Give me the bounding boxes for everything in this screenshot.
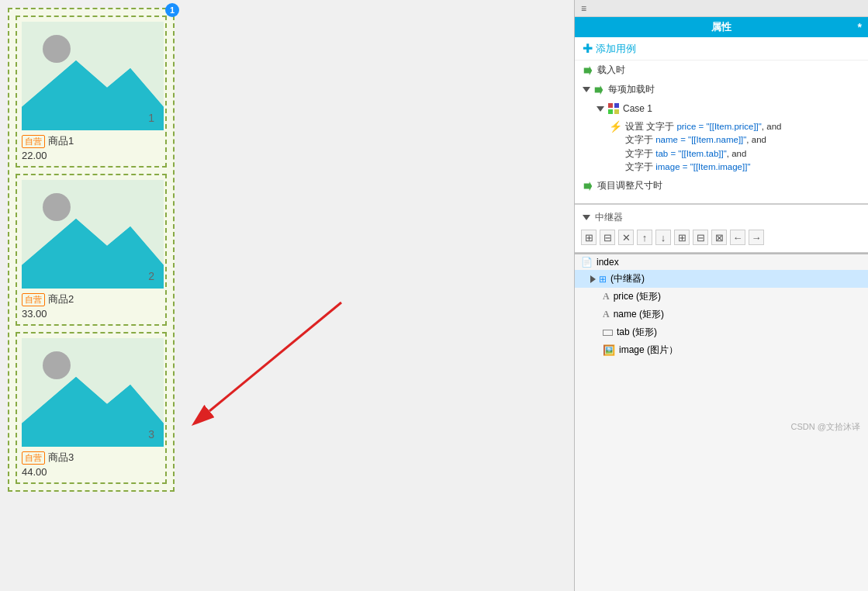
table-icon: ⊞ (599, 274, 607, 285)
action-block: ⚡ 设置 文字于 price = "[[Item.price]]", and 文… (575, 118, 868, 176)
toolbar-grid2-icon[interactable]: ⊟ (600, 230, 615, 245)
toolbar-cross-icon[interactable]: ✕ (618, 230, 634, 245)
product-image-2: 2 (22, 180, 164, 289)
product-name-1: 商品1 (48, 134, 74, 148)
action-line1: 设置 文字于 price = "[[Item.price]]", and (625, 120, 781, 133)
repeater-node-label: (中继器) (610, 272, 645, 285)
repeater-toolbar: ⊞ ⊟ ✕ ↑ ↓ ⊞ ⊟ ⊠ ← → (575, 226, 868, 248)
product-image-1: 1 (22, 22, 164, 130)
svg-point-7 (43, 193, 71, 221)
close-button[interactable]: * (858, 21, 862, 33)
tree-repeater[interactable]: ⊞ (中继器) (575, 270, 868, 288)
lightning-icon: ⚡ (609, 120, 622, 133)
tree-collapse-icon (590, 275, 596, 283)
repeater-label: 中继器 (595, 211, 623, 224)
action-line2: 文字于 name = "[[Item.name]]", and (625, 133, 781, 147)
svg-marker-20 (584, 181, 593, 190)
properties-panel: 属性 * ✚ 添加用例 载入时 每项加载时 (575, 17, 868, 253)
tree-panel: 📄 index ⊞ (中继器) A price (矩形) A name (矩形)… (575, 253, 868, 591)
event-load-label: 载入时 (597, 64, 625, 77)
product-item-2[interactable]: 2 自营 商品2 33.00 (16, 174, 167, 326)
toolbar-left-icon[interactable]: ← (730, 230, 745, 245)
svg-rect-16 (608, 103, 613, 108)
img-number-1: 1 (148, 112, 154, 124)
toolbar-grid1-icon[interactable]: ⊞ (581, 230, 597, 245)
index-label: index (597, 257, 619, 268)
case-icon (607, 102, 620, 115)
properties-header: 属性 * (575, 17, 868, 37)
tree-price[interactable]: A price (矩形) (575, 288, 868, 306)
product-price-2: 33.00 (22, 308, 161, 320)
action-line4: 文字于 image = "[[Item.image]]" (625, 161, 781, 174)
properties-title: 属性 (711, 20, 731, 34)
left-panel: 1 1 自营 商品1 22.00 (0, 0, 574, 591)
tree-tab[interactable]: tab (矩形) (575, 323, 868, 341)
product-name-2: 商品2 (48, 292, 74, 306)
tree-index[interactable]: 📄 index (575, 254, 868, 270)
tag-ziying-2: 自营 (22, 293, 45, 306)
event-resize-label: 项目调整尺寸时 (597, 179, 662, 192)
event-resize[interactable]: 项目调整尺寸时 (575, 176, 868, 195)
product-list: 1 1 自营 商品1 22.00 (8, 8, 175, 492)
expand-arrow-icon (583, 87, 590, 92)
product-price-3: 44.00 (22, 466, 161, 478)
event-each-load-label: 每项加载时 (608, 83, 655, 96)
badge: 1 (165, 3, 179, 17)
tag-ziying-1: 自营 (22, 135, 45, 148)
svg-line-13 (209, 302, 341, 411)
toolbar-col-add-icon[interactable]: ⊞ (674, 230, 690, 245)
product-image-3: 3 (22, 338, 164, 447)
event-load[interactable]: 载入时 (575, 60, 868, 80)
case1-row[interactable]: Case 1 (575, 99, 868, 118)
action-line3: 文字于 tab = "[[Item.tab]]", and (625, 147, 781, 161)
repeater-header[interactable]: 中继器 (575, 209, 868, 226)
tree-name[interactable]: A name (矩形) (575, 306, 868, 323)
toolbar-right-icon[interactable]: → (749, 230, 764, 245)
file-icon: 📄 (581, 257, 593, 268)
svg-marker-14 (584, 65, 593, 74)
name-label: name (矩形) (614, 308, 664, 321)
svg-rect-19 (614, 109, 619, 114)
text-icon-name: A (603, 309, 610, 320)
add-usecase-row[interactable]: ✚ 添加用例 (575, 37, 868, 60)
repeater-section: 中继器 ⊞ ⊟ ✕ ↑ ↓ ⊞ ⊟ ⊠ ← → (575, 204, 868, 252)
product-tags-1: 自营 商品1 (22, 134, 161, 148)
image-label: image (图片） (619, 344, 678, 357)
img-number-3: 3 (148, 428, 154, 441)
top-bar: ≡ (575, 0, 868, 17)
rect-icon-tab (603, 330, 613, 336)
case-expand-icon (597, 106, 604, 112)
toolbar-down-icon[interactable]: ↓ (655, 230, 671, 245)
event-each-load[interactable]: 每项加载时 (575, 80, 868, 99)
tag-ziying-3: 自营 (22, 451, 45, 465)
menu-icon[interactable]: ≡ (581, 3, 586, 14)
product-item-1[interactable]: 1 自营 商品1 22.00 (16, 16, 167, 168)
svg-point-11 (43, 351, 71, 379)
right-panel: ≡ 属性 * ✚ 添加用例 载入时 每项加载时 (574, 0, 868, 591)
price-label: price (矩形) (614, 290, 661, 303)
toolbar-up-icon[interactable]: ↑ (637, 230, 652, 245)
plus-icon: ✚ (583, 41, 593, 56)
product-price-1: 22.00 (22, 150, 161, 161)
toolbar-grid3-icon[interactable]: ⊠ (711, 230, 727, 245)
case1-label: Case 1 (623, 103, 652, 114)
svg-rect-17 (614, 103, 619, 108)
tab-label: tab (矩形) (617, 326, 657, 339)
watermark: CSDN @文拾沐译 (791, 421, 860, 433)
image-icon: 🖼️ (603, 344, 615, 356)
product-tags-2: 自营 商品2 (22, 292, 161, 306)
toolbar-col-split-icon[interactable]: ⊟ (693, 230, 708, 245)
svg-point-3 (43, 35, 71, 63)
add-usecase-label: 添加用例 (596, 42, 636, 56)
repeater-expand-icon (583, 215, 590, 220)
img-number-2: 2 (148, 270, 154, 282)
tree-image[interactable]: 🖼️ image (图片） (575, 341, 868, 359)
product-tags-3: 自营 商品3 (22, 451, 161, 465)
product-name-3: 商品3 (48, 451, 74, 465)
red-arrow (186, 287, 357, 429)
svg-rect-18 (608, 109, 613, 114)
text-icon-price: A (603, 291, 610, 302)
svg-marker-15 (595, 85, 603, 94)
product-item-3[interactable]: 3 自营 商品3 44.00 (16, 332, 167, 484)
